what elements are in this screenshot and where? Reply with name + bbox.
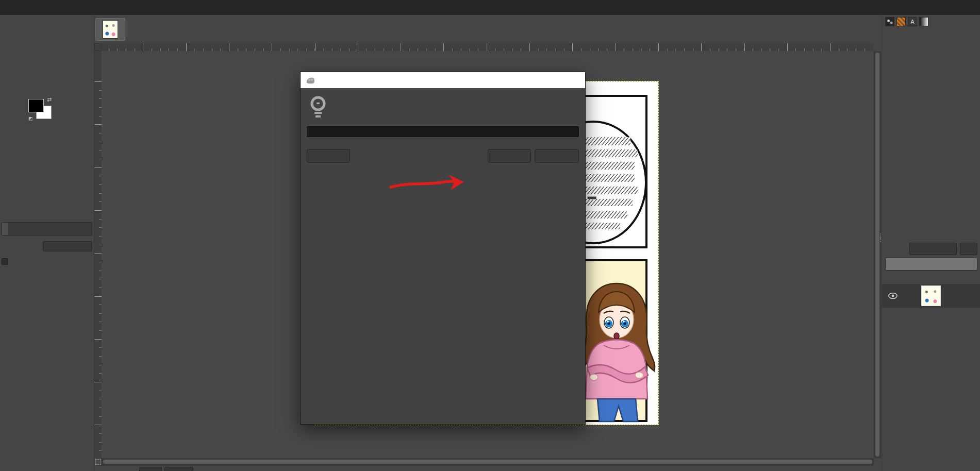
- brush-pattern-gradient-row: A: [885, 17, 928, 26]
- help-button[interactable]: [307, 149, 350, 163]
- menubar: [0, 0, 980, 15]
- active-font-thumbnail[interactable]: A: [908, 17, 917, 26]
- image-tab-thumbnail: [103, 20, 118, 39]
- dialog-description-row: [308, 94, 578, 121]
- progress-bar: [307, 126, 579, 137]
- ok-button[interactable]: [488, 149, 531, 163]
- dialog-titlebar[interactable]: [301, 72, 585, 88]
- statusbar: [94, 465, 874, 471]
- layer-visible-icon[interactable]: [888, 293, 898, 299]
- close-image-icon[interactable]: [128, 22, 137, 30]
- quick-mask-toggle[interactable]: [95, 459, 101, 465]
- layer-row[interactable]: [882, 284, 980, 308]
- default-colors-icon[interactable]: ◩: [28, 116, 33, 121]
- python-fu-dialog: [300, 72, 586, 425]
- mode-reset-button[interactable]: [960, 243, 977, 255]
- draw-mask-option[interactable]: [2, 255, 12, 267]
- gimp-window: ⇄ ◩: [0, 0, 980, 471]
- draw-mask-checkbox[interactable]: [2, 258, 8, 265]
- vertical-scrollbar[interactable]: [874, 51, 881, 458]
- threshold-fill: [2, 223, 8, 235]
- vertical-ruler[interactable]: [94, 51, 102, 458]
- zoom-spinner[interactable]: [164, 467, 193, 471]
- threshold-slider[interactable]: [2, 222, 92, 236]
- horizontal-scrollbar[interactable]: [102, 458, 874, 465]
- select-by-row: [2, 241, 92, 252]
- active-brush-thumbnail[interactable]: [885, 17, 894, 26]
- right-dock: A: [882, 15, 980, 471]
- lightbulb-icon: [308, 95, 328, 121]
- active-gradient-thumbnail[interactable]: [919, 17, 928, 26]
- layer-thumbnail[interactable]: [921, 285, 941, 306]
- image-tab[interactable]: [95, 18, 125, 41]
- swap-colors-icon[interactable]: ⇄: [47, 96, 52, 103]
- select-by-dropdown[interactable]: [43, 241, 92, 251]
- ruler-corner: [94, 43, 102, 51]
- dialog-body: [301, 88, 585, 424]
- color-area: ⇄ ◩: [28, 96, 67, 123]
- gimp-wilber-icon: [306, 77, 315, 84]
- unit-dropdown[interactable]: [139, 467, 162, 471]
- horizontal-scroll-thumb[interactable]: [103, 460, 872, 464]
- dock-resize-handle[interactable]: ⋮⋮: [877, 234, 884, 242]
- tool-options-header: [2, 126, 92, 136]
- horizontal-ruler[interactable]: [102, 43, 874, 51]
- dialog-buttons: [307, 149, 579, 163]
- opacity-slider[interactable]: [885, 258, 977, 271]
- vertical-scroll-thumb[interactable]: [875, 53, 879, 457]
- foreground-color-swatch[interactable]: [28, 99, 44, 112]
- layer-mode-dropdown[interactable]: [909, 243, 957, 255]
- cancel-button[interactable]: [535, 149, 579, 163]
- active-pattern-thumbnail[interactable]: [896, 17, 906, 26]
- image-tab-strip: [94, 15, 882, 43]
- toolbox-panel: ⇄ ◩: [0, 15, 94, 471]
- layer-mode-row: [885, 242, 977, 256]
- red-annotation-arrow: [386, 173, 473, 194]
- tooltip: [587, 196, 596, 199]
